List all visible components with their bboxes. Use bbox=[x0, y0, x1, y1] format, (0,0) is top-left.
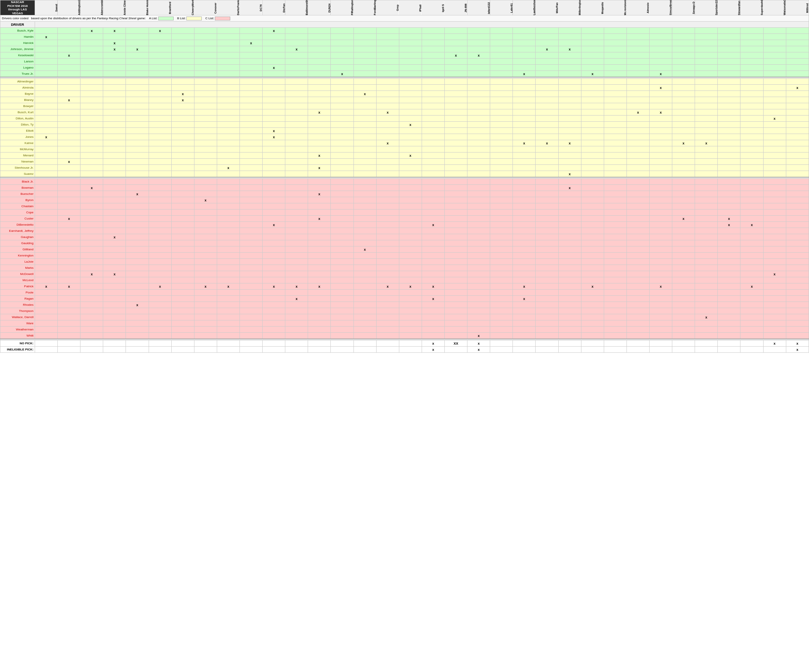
pick-cell bbox=[240, 122, 262, 128]
pick-cell bbox=[171, 128, 194, 134]
pick-cell: x bbox=[285, 46, 308, 52]
pick-cell bbox=[103, 308, 126, 314]
col-grep: Grep bbox=[376, 0, 399, 15]
pick-cell bbox=[626, 179, 649, 185]
driver-name: Menard bbox=[0, 153, 35, 159]
pick-cell bbox=[149, 171, 171, 177]
pick-cell bbox=[740, 265, 763, 271]
pick-cell bbox=[535, 302, 558, 308]
pick-cell bbox=[672, 296, 695, 302]
pick-cell bbox=[126, 128, 149, 134]
pick-cell bbox=[626, 165, 649, 171]
pick-cell bbox=[695, 265, 718, 271]
pick-cell bbox=[672, 59, 695, 65]
pick-cell bbox=[763, 153, 786, 159]
pick-cell bbox=[35, 296, 58, 302]
pick-cell bbox=[194, 296, 217, 302]
pick-cell bbox=[490, 277, 513, 284]
pick-cell bbox=[718, 179, 740, 185]
pick-cell bbox=[672, 79, 695, 85]
pick-cell: x bbox=[399, 122, 421, 128]
pick-cell bbox=[535, 165, 558, 171]
pick-cell bbox=[604, 34, 626, 40]
pick-cell bbox=[467, 34, 490, 40]
pick-cell bbox=[103, 59, 126, 65]
table-row: Rhodesx bbox=[0, 302, 809, 308]
pick-cell bbox=[421, 140, 444, 146]
pick-cell bbox=[126, 327, 149, 333]
pick-cell: x bbox=[421, 284, 444, 290]
pick-cell: x bbox=[331, 71, 354, 77]
pick-cell bbox=[103, 247, 126, 253]
pick-cell bbox=[444, 140, 467, 146]
pick-cell bbox=[126, 234, 149, 240]
pick-cell: x bbox=[513, 140, 535, 146]
pick-cell bbox=[81, 128, 103, 134]
pick-cell bbox=[171, 153, 194, 159]
pick-cell bbox=[240, 79, 262, 85]
pick-cell bbox=[786, 140, 809, 146]
pick-cell bbox=[421, 333, 444, 339]
pick-cell bbox=[285, 271, 308, 277]
pick-cell bbox=[103, 321, 126, 327]
pick-cell bbox=[58, 71, 81, 77]
pick-cell bbox=[695, 134, 718, 140]
pick-cell bbox=[718, 28, 740, 34]
pick-cell bbox=[786, 159, 809, 165]
pick-cell bbox=[58, 116, 81, 122]
pick-cell bbox=[581, 314, 604, 321]
pick-cell bbox=[604, 333, 626, 339]
title-line1: NASCAR bbox=[11, 0, 24, 4]
pick-cell bbox=[81, 191, 103, 197]
pick-cell bbox=[421, 134, 444, 140]
pick-cell bbox=[126, 321, 149, 327]
pick-cell bbox=[331, 185, 354, 191]
pick-cell bbox=[399, 203, 421, 210]
pick-cell bbox=[399, 159, 421, 165]
pick-cell bbox=[740, 28, 763, 34]
pick-cell bbox=[421, 185, 444, 191]
pick-cell bbox=[376, 165, 399, 171]
pick-cell bbox=[399, 277, 421, 284]
pick-cell bbox=[581, 46, 604, 52]
pick-cell bbox=[695, 179, 718, 185]
pick-cell bbox=[763, 197, 786, 203]
pick-cell bbox=[626, 197, 649, 203]
pick-cell bbox=[740, 109, 763, 116]
pick-cell bbox=[171, 59, 194, 65]
pick-cell bbox=[81, 40, 103, 46]
pick-cell bbox=[331, 59, 354, 65]
pick-cell bbox=[535, 79, 558, 85]
pick-cell bbox=[149, 85, 171, 91]
pick-cell bbox=[354, 296, 376, 302]
pick-cell bbox=[35, 71, 58, 77]
pick-cell bbox=[331, 240, 354, 247]
pick-cell bbox=[740, 259, 763, 265]
pick-cell bbox=[421, 34, 444, 40]
pick-cell bbox=[490, 46, 513, 52]
pick-cell bbox=[285, 327, 308, 333]
driver-col-header: DRIVER bbox=[0, 22, 35, 28]
pick-cell bbox=[194, 134, 217, 140]
pick-cell bbox=[763, 222, 786, 228]
pick-cell bbox=[444, 34, 467, 40]
pick-cell: x bbox=[513, 71, 535, 77]
pick-cell bbox=[421, 109, 444, 116]
pick-cell bbox=[581, 259, 604, 265]
pick-cell bbox=[240, 265, 262, 271]
pick-cell bbox=[421, 314, 444, 321]
pick-cell bbox=[240, 302, 262, 308]
pick-cell bbox=[376, 179, 399, 185]
pick-cell: x bbox=[649, 109, 672, 116]
pick-cell bbox=[103, 52, 126, 59]
pick-cell bbox=[513, 79, 535, 85]
pick-cell bbox=[535, 240, 558, 247]
pick-cell bbox=[695, 59, 718, 65]
ineligible-pick-cell bbox=[217, 346, 240, 353]
pick-cell bbox=[285, 103, 308, 109]
pick-cell bbox=[171, 109, 194, 116]
pick-cell bbox=[194, 234, 217, 240]
pick-cell bbox=[149, 122, 171, 128]
pick-cell bbox=[718, 210, 740, 216]
pick-cell bbox=[786, 46, 809, 52]
